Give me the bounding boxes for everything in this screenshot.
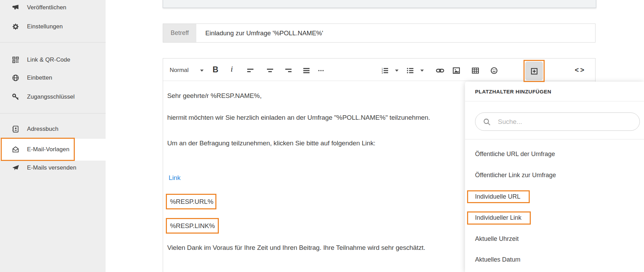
sidebar-item-label: Zugangsschlüssel bbox=[27, 93, 75, 100]
chevron-down-icon[interactable] bbox=[420, 70, 424, 72]
megaphone-icon bbox=[12, 4, 19, 11]
email-link[interactable]: Link bbox=[169, 174, 180, 182]
chevron-down-icon[interactable] bbox=[395, 70, 399, 72]
sidebar-item-label: Einstellungen bbox=[27, 23, 63, 30]
email-intro: hiermit möchten wir Sie herzlich einlade… bbox=[167, 114, 430, 121]
bullet-list-icon bbox=[406, 66, 414, 75]
sidebar-item-label: Einbetten bbox=[27, 74, 52, 81]
subject-label: Betreff bbox=[163, 24, 196, 42]
align-right-icon bbox=[284, 66, 293, 75]
email-greeting: Sehr geehrte/r %RESP.NAME%, bbox=[167, 92, 262, 100]
sidebar-item-zugangsschluessel[interactable]: Zugangsschlüssel bbox=[0, 89, 106, 105]
ellipsis-icon bbox=[317, 66, 325, 75]
align-center-icon bbox=[266, 66, 274, 75]
bold-button[interactable]: B bbox=[213, 65, 218, 74]
qr-code-icon bbox=[12, 56, 19, 64]
panel-item-current-date[interactable]: Aktuelles Datum bbox=[475, 253, 520, 266]
previous-field-partial bbox=[163, 0, 596, 8]
search-input[interactable] bbox=[498, 118, 629, 126]
sidebar-divider bbox=[0, 113, 106, 114]
sidebar-item-veroeffentlichen[interactable]: Veröffentlichen bbox=[0, 0, 106, 15]
email-instruction: Um an der Befragung teilzunehmen, klicke… bbox=[167, 139, 375, 147]
globe-icon bbox=[12, 74, 19, 82]
panel-item-public-url[interactable]: Öffentliche URL der Umfrage bbox=[475, 147, 555, 161]
table-icon bbox=[471, 66, 480, 75]
bullet-list-button[interactable] bbox=[406, 66, 414, 75]
sidebar-item-einbetten[interactable]: Einbetten bbox=[0, 70, 106, 85]
sidebar-item-label: Veröffentlichen bbox=[27, 4, 66, 11]
sidebar-item-adressbuch[interactable]: Adressbuch bbox=[0, 121, 106, 137]
key-icon bbox=[12, 93, 19, 101]
search-icon bbox=[483, 118, 491, 126]
justify-icon bbox=[302, 66, 311, 75]
subject-input[interactable] bbox=[205, 24, 595, 42]
chevron-down-icon[interactable] bbox=[200, 70, 204, 72]
ordered-list-button[interactable]: 123 bbox=[381, 66, 389, 75]
panel-item-current-time[interactable]: Aktuelle Uhrzeit bbox=[475, 232, 519, 245]
placeholder-panel: PLATZHALTER HINZUFÜGEN Öffentliche URL d… bbox=[465, 82, 644, 272]
link-button[interactable] bbox=[436, 66, 445, 75]
table-button[interactable] bbox=[471, 66, 480, 75]
more-options-button[interactable] bbox=[317, 66, 325, 75]
code-view-button[interactable]: <> bbox=[575, 66, 585, 74]
sidebar-item-label: Adressbuch bbox=[27, 126, 59, 133]
ordered-list-icon: 123 bbox=[381, 66, 389, 75]
sidebar-item-label: Link & QR-Code bbox=[27, 56, 70, 63]
smiley-icon bbox=[490, 66, 498, 75]
placeholder-resp-link: %RESP.LINK% bbox=[170, 222, 215, 230]
sidebar-item-emails-versenden[interactable]: E-Mails versenden bbox=[0, 160, 106, 175]
sidebar-divider bbox=[0, 42, 106, 43]
align-right-button[interactable] bbox=[284, 66, 293, 75]
panel-item-individual-link[interactable]: Individueller Link bbox=[475, 211, 521, 224]
sidebar-item-email-vorlagen[interactable]: E-Mail-Vorlagen bbox=[0, 142, 106, 157]
toolbar-separator bbox=[163, 81, 595, 81]
align-center-button[interactable] bbox=[266, 66, 274, 75]
sidebar-item-einstellungen[interactable]: Einstellungen bbox=[0, 19, 106, 34]
sidebar-item-label: E-Mails versenden bbox=[27, 164, 76, 171]
justify-button[interactable] bbox=[302, 66, 311, 75]
add-placeholder-button[interactable] bbox=[525, 62, 543, 80]
panel-title: PLATZHALTER HINZUFÜGEN bbox=[475, 89, 551, 94]
sidebar: Veröffentlichen Einstellungen Link & QR-… bbox=[0, 0, 106, 272]
format-dropdown[interactable]: Normal bbox=[170, 67, 189, 74]
gear-icon bbox=[12, 23, 19, 30]
sidebar-item-link-qr-code[interactable]: Link & QR-Code bbox=[0, 52, 106, 67]
panel-header: PLATZHALTER HINZUFÜGEN bbox=[465, 82, 644, 101]
emoji-button[interactable] bbox=[490, 66, 498, 75]
panel-divider bbox=[465, 139, 644, 139]
sidebar-item-label: E-Mail-Vorlagen bbox=[27, 146, 69, 153]
annotation-box-resp-link: %RESP.LINK% bbox=[166, 218, 219, 234]
annotation-box-resp-url: %RESP.URL% bbox=[166, 194, 216, 209]
open-envelope-icon bbox=[12, 146, 19, 153]
panel-item-individual-url[interactable]: Individuelle URL bbox=[475, 190, 520, 203]
address-book-icon bbox=[12, 125, 19, 133]
panel-search bbox=[475, 112, 640, 131]
image-button[interactable] bbox=[452, 66, 460, 75]
placeholder-resp-url: %RESP.URL% bbox=[170, 198, 213, 206]
panel-item-public-link[interactable]: Öffentlicher Link zur Umfrage bbox=[475, 169, 556, 182]
italic-button[interactable]: i bbox=[231, 64, 233, 74]
link-icon bbox=[436, 66, 445, 75]
email-closing: Vielen Dank im Voraus für Ihre Zeit und … bbox=[167, 244, 425, 252]
paper-plane-icon bbox=[12, 164, 19, 172]
image-icon bbox=[452, 66, 460, 75]
align-left-button[interactable] bbox=[246, 66, 254, 75]
subject-field: Betreff bbox=[163, 24, 596, 43]
svg-text:3: 3 bbox=[382, 72, 383, 74]
align-left-icon bbox=[246, 66, 254, 75]
